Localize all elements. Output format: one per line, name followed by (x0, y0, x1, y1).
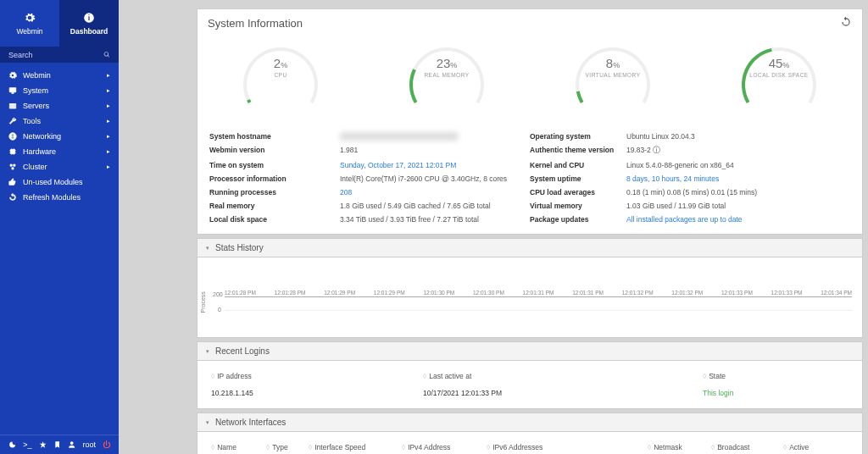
desktop-icon (8, 86, 17, 95)
nodes-icon (8, 163, 17, 171)
sidebar-item-webmin[interactable]: Webmin ▸ (0, 68, 119, 83)
tick-label: 12:01:31 PM (572, 290, 604, 296)
chevron-right-icon: ▸ (107, 72, 110, 79)
tick-label: 12:01:33 PM (721, 290, 753, 296)
chevron-right-icon: ▸ (107, 118, 110, 125)
tab-webmin-label: Webmin (16, 27, 42, 36)
info-value: 19.83-2 ⓘ (626, 146, 850, 156)
gauge-label: LOCAL DISK SPACE (749, 72, 808, 78)
info-key: Package updates (530, 215, 623, 224)
stats-history-body: Process 200 0 12:01:28 PM12:01:28 PM12:0… (197, 257, 863, 338)
terminal-icon[interactable]: >_ (23, 440, 31, 449)
search-input[interactable] (8, 51, 103, 59)
search-bar[interactable] (0, 47, 119, 63)
info-value[interactable]: Sunday, October 17, 2021 12:01 PM (340, 161, 526, 169)
bookmark-icon[interactable] (53, 440, 61, 449)
recent-logins-body: ◊IP address ◊Last active at ◊State 10.21… (197, 361, 863, 409)
tick-label: 12:01:30 PM (473, 290, 504, 296)
chart-series-line (225, 296, 852, 297)
info-value: Intel(R) Core(TM) i7-2600 CPU @ 3.40GHz,… (340, 174, 526, 183)
tab-dashboard[interactable]: Dashboard (59, 0, 119, 47)
username[interactable]: root (82, 440, 96, 449)
sidebar-item-servers[interactable]: Servers ▸ (0, 98, 119, 114)
col-active[interactable]: Active (789, 443, 809, 451)
tick-label: 12:01:34 PM (821, 290, 852, 296)
chevron-right-icon: ▸ (107, 133, 110, 140)
chip-icon (8, 147, 17, 156)
refresh-button[interactable] (840, 16, 852, 30)
sidebar-item-hardware[interactable]: Hardware ▸ (0, 144, 119, 159)
logout-icon[interactable]: ⏻ (103, 440, 110, 449)
col-last[interactable]: Last active at (429, 372, 471, 380)
sidebar-item-label: Webmin (23, 71, 51, 80)
col-ip[interactable]: IP address (217, 372, 251, 380)
recent-logins-header[interactable]: Recent Logins (197, 341, 863, 361)
chevron-right-icon: ▸ (107, 87, 110, 94)
refresh-icon (840, 16, 852, 28)
info-icon[interactable]: ⓘ (653, 146, 660, 154)
gauge-value: 8% (570, 56, 655, 70)
col-netmask[interactable]: Netmask (654, 443, 682, 451)
recent-logins-title: Recent Logins (215, 346, 270, 356)
chart-ymax: 200 (213, 291, 223, 297)
info-key: CPU load averages (530, 188, 623, 197)
col-ipv4[interactable]: IPv4 Address (408, 443, 450, 451)
col-broadcast[interactable]: Broadcast (717, 443, 749, 451)
sidebar-item-label: Hardware (23, 147, 56, 156)
gauge-value: 23% (404, 56, 489, 70)
cell-state[interactable]: This login (699, 385, 852, 401)
stats-history-title: Stats History (215, 243, 264, 252)
nav: Webmin ▸ System ▸ Servers ▸ Tools ▸ Netw… (0, 63, 119, 205)
search-icon[interactable] (103, 50, 110, 59)
sidebar-item-tools[interactable]: Tools ▸ (0, 114, 119, 129)
stack-icon (8, 102, 17, 110)
info-key: System uptime (530, 174, 623, 183)
sidebar-item-label: Cluster (23, 163, 47, 171)
sidebar-item-refresh-modules[interactable]: Refresh Modules (0, 190, 119, 205)
info-key: Real memory (209, 202, 337, 210)
network-interfaces-body: ◊Name ◊Type ◊Interface Speed ◊IPv4 Addre… (197, 432, 863, 454)
dashboard-icon (83, 12, 95, 24)
user-icon (68, 440, 75, 449)
info-value: 1.981 (340, 146, 526, 156)
info-value[interactable]: 8 days, 10 hours, 24 minutes (626, 174, 850, 183)
table-row: 10.218.1.145 10/17/2021 12:01:33 PM This… (208, 385, 852, 401)
cell-last: 10/17/2021 12:01:33 PM (420, 385, 699, 401)
globe-icon (8, 132, 17, 141)
sidebar-item-cluster[interactable]: Cluster ▸ (0, 159, 119, 174)
col-state[interactable]: State (709, 372, 726, 380)
tick-label: 12:01:31 PM (523, 290, 554, 296)
col-type[interactable]: Type (272, 443, 287, 451)
sidebar-item-label: Refresh Modules (23, 193, 81, 202)
col-name[interactable]: Name (217, 443, 236, 451)
info-grid: System hostname xxxxxxxxxxxxxxxxxx Opera… (198, 127, 862, 234)
night-mode-icon[interactable] (8, 440, 16, 449)
sidebar-tabs: Webmin Dashboard (0, 0, 119, 47)
gauge-cpu: 2% CPU (198, 42, 364, 119)
network-interfaces-table: ◊Name ◊Type ◊Interface Speed ◊IPv4 Addre… (208, 439, 852, 454)
info-value[interactable]: All installed packages are up to date (626, 215, 850, 224)
info-value[interactable]: 208 (340, 188, 526, 197)
info-value: 0.18 (1 min) 0.08 (5 mins) 0.01 (15 mins… (626, 188, 850, 197)
tick-label: 12:01:28 PM (275, 290, 306, 296)
sidebar-item-label: Un-used Modules (23, 178, 83, 186)
sidebar-item-system[interactable]: System ▸ (0, 83, 119, 98)
tab-dashboard-label: Dashboard (70, 27, 108, 36)
gauge-label: CPU (274, 72, 287, 78)
star-icon[interactable] (39, 440, 47, 449)
sidebar-item-label: Tools (23, 117, 41, 125)
network-interfaces-header[interactable]: Network Interfaces (197, 412, 863, 432)
sidebar-item-un-used-modules[interactable]: Un-used Modules (0, 174, 119, 190)
tab-webmin[interactable]: Webmin (0, 0, 59, 47)
stats-history-header[interactable]: Stats History (197, 238, 863, 257)
sidebar-item-label: Servers (23, 102, 49, 110)
chevron-right-icon: ▸ (107, 148, 110, 155)
gauge-label: VIRTUAL MEMORY (585, 72, 640, 78)
chevron-right-icon: ▸ (107, 163, 110, 170)
tick-label: 12:01:29 PM (374, 290, 405, 296)
bottom-bar: >_ root ⏻ (0, 435, 119, 454)
col-ipv6[interactable]: IPv6 Addresses (492, 443, 542, 451)
sidebar-item-networking[interactable]: Networking ▸ (0, 129, 119, 144)
system-info-panel: System Information 2% CPU 23% (197, 8, 863, 235)
col-speed[interactable]: Interface Speed (314, 443, 365, 451)
